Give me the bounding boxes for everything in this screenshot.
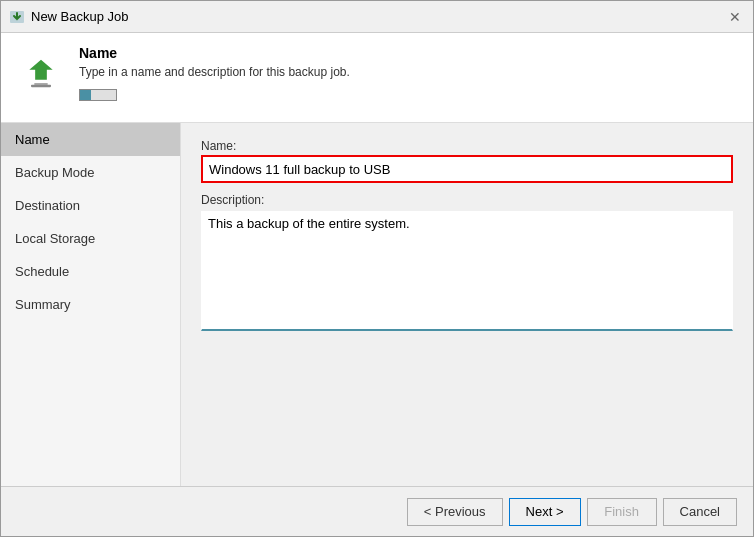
svg-rect-3 bbox=[31, 85, 51, 88]
name-field-group: Name: bbox=[201, 139, 733, 183]
sidebar-item-backup-mode[interactable]: Backup Mode bbox=[1, 156, 180, 189]
name-input[interactable] bbox=[201, 155, 733, 183]
content-area: Name Backup Mode Destination Local Stora… bbox=[1, 123, 753, 486]
sidebar-item-destination[interactable]: Destination bbox=[1, 189, 180, 222]
sidebar: Name Backup Mode Destination Local Stora… bbox=[1, 123, 181, 486]
previous-button[interactable]: < Previous bbox=[407, 498, 503, 526]
header-section: Name Type in a name and description for … bbox=[1, 33, 753, 123]
header-icon-container bbox=[17, 49, 65, 97]
sidebar-item-name[interactable]: Name bbox=[1, 123, 180, 156]
arrow-down-icon bbox=[21, 53, 61, 93]
progress-bar-mini bbox=[79, 89, 117, 101]
sidebar-item-schedule[interactable]: Schedule bbox=[1, 255, 180, 288]
close-button[interactable]: ✕ bbox=[725, 7, 745, 27]
progress-fill bbox=[80, 90, 91, 100]
title-bar: New Backup Job ✕ bbox=[1, 1, 753, 33]
main-panel: Name: Description: bbox=[181, 123, 753, 486]
description-textarea[interactable] bbox=[201, 211, 733, 331]
header-text: Name Type in a name and description for … bbox=[79, 45, 350, 101]
dialog-title: New Backup Job bbox=[31, 9, 129, 24]
description-label: Description: bbox=[201, 193, 733, 207]
sidebar-item-summary[interactable]: Summary bbox=[1, 288, 180, 321]
name-label: Name: bbox=[201, 139, 733, 153]
svg-marker-1 bbox=[29, 60, 52, 80]
footer: < Previous Next > Finish Cancel bbox=[1, 486, 753, 536]
next-button[interactable]: Next > bbox=[509, 498, 581, 526]
header-subtitle: Type in a name and description for this … bbox=[79, 65, 350, 79]
sidebar-item-local-storage[interactable]: Local Storage bbox=[1, 222, 180, 255]
header-title: Name bbox=[79, 45, 350, 61]
cancel-button[interactable]: Cancel bbox=[663, 498, 737, 526]
title-bar-left: New Backup Job bbox=[9, 9, 129, 25]
description-field-group: Description: bbox=[201, 193, 733, 331]
dialog-window: New Backup Job ✕ Name Type in a name and… bbox=[0, 0, 754, 537]
backup-icon bbox=[9, 9, 25, 25]
finish-button[interactable]: Finish bbox=[587, 498, 657, 526]
